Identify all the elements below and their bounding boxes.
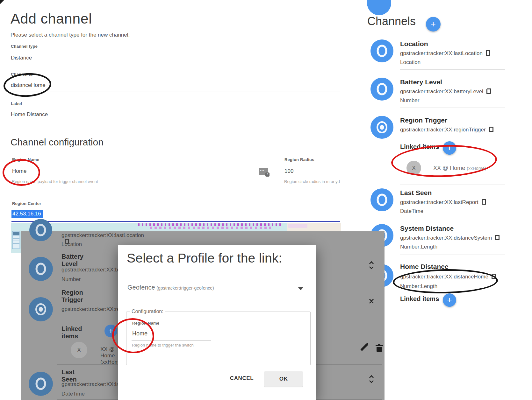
- channel-divider: [400, 185, 505, 185]
- channel-title: Home Distance: [400, 263, 449, 270]
- channel-title: Location: [400, 40, 428, 48]
- underlay-location-type: Location: [61, 241, 82, 248]
- region-center-selected-text: 42.53,16.16: [11, 210, 43, 218]
- ok-button[interactable]: OK: [264, 371, 303, 387]
- channel-state-icon: [370, 78, 393, 101]
- channel-type-label: Channel type: [11, 44, 38, 49]
- profile-dialog: Select a Profile for the link: Geofence …: [118, 245, 316, 400]
- channel-uid-text: gpstracker:tracker:XX:lastReport: [400, 199, 478, 205]
- channel-divider: [400, 255, 505, 255]
- add-link-button[interactable]: +: [443, 293, 456, 307]
- input-helper-dots: •••: [260, 169, 265, 172]
- add-link-button[interactable]: +: [443, 141, 456, 155]
- region-radius-input[interactable]: 100: [284, 168, 293, 174]
- channel-divider: [400, 219, 505, 219]
- linked-item-avatar: X: [406, 161, 421, 175]
- dialog-region-name-label: Region Name: [132, 321, 159, 326]
- channels-heading: Channels: [367, 15, 416, 28]
- linked-item-id: (xxHome): [467, 166, 486, 171]
- dialog-region-name-input[interactable]: Home: [132, 330, 147, 337]
- channel-type: Location: [400, 59, 421, 66]
- linked-items-heading: Linked items: [400, 143, 439, 151]
- underlay-battery-title: Battery Level: [61, 253, 83, 268]
- channel-type: Number:Length: [400, 283, 437, 290]
- dropdown-caret-icon[interactable]: [298, 287, 303, 290]
- underlay-add-link-button[interactable]: +: [104, 325, 117, 337]
- avatar-letter: X: [77, 347, 81, 354]
- channel-uid: gpstracker:tracker:XX:distanceHome: [400, 274, 496, 280]
- underlay-linked-item-avatar: X: [71, 342, 87, 358]
- profile-select-underline: [127, 295, 306, 295]
- region-center-input[interactable]: 42.53,16.16: [11, 211, 43, 217]
- channel-trigger-icon: [370, 116, 393, 139]
- channel-type: Number:Length: [400, 244, 437, 250]
- profile-select[interactable]: Geofence (gpstracker:trigger-geofence): [127, 284, 214, 291]
- channel-id-input[interactable]: distanceHome: [11, 82, 46, 88]
- copy-icon[interactable]: [495, 235, 500, 240]
- channel-id-underline: [11, 92, 340, 92]
- label-field-input[interactable]: Home Distance: [11, 111, 48, 118]
- add-channel-button[interactable]: +: [426, 17, 441, 32]
- channel-uid-text: gpstracker:tracker:XX:distanceHome: [400, 274, 488, 280]
- channel-type: DateTime: [400, 208, 423, 214]
- profile-select-value: Geofence: [127, 284, 155, 291]
- channel-uid-text: gpstracker:tracker:XX:regionTrigger: [400, 127, 486, 133]
- copy-icon[interactable]: [489, 127, 493, 132]
- unfold-more-icon[interactable]: [369, 262, 374, 269]
- avatar-letter: X: [412, 165, 416, 172]
- channel-uid: gpstracker:tracker:XX:regionTrigger: [400, 127, 493, 133]
- channel-type-underline: [11, 63, 340, 63]
- channel-state-icon: [370, 39, 393, 62]
- underlay-linked-items-heading: Linked items: [61, 325, 82, 340]
- scroll-fab-partial[interactable]: [367, 0, 391, 15]
- unfold-more-icon[interactable]: [369, 375, 374, 383]
- underlay-lastseen-type: DateTime: [61, 391, 85, 397]
- region-radius-label: Region Radius: [284, 157, 314, 162]
- channel-uid: gpstracker:tracker:XX:lastLocation: [400, 50, 490, 57]
- linked-item-label[interactable]: XX @ Home (xxHome): [433, 165, 486, 172]
- region-radius-underline: [284, 177, 340, 177]
- copy-icon[interactable]: [486, 50, 490, 56]
- underlay-lastseen-channel-icon: [29, 372, 53, 396]
- channel-uid-text: gpstracker:tracker:XX:distanceSystem: [400, 235, 492, 241]
- unfold-less-icon[interactable]: [369, 298, 374, 305]
- app-window: Add channel Please select a channel type…: [0, 0, 532, 400]
- underlay-trigger-channel-icon: [29, 297, 53, 321]
- configuration-legend: Configuration:: [130, 309, 165, 314]
- page-subtitle: Please select a channel type for the new…: [11, 32, 130, 38]
- dialog-title: Select a Profile for the link:: [127, 251, 282, 266]
- channel-uid: gpstracker:tracker:XX:lastReport: [400, 199, 486, 206]
- channel-type-value[interactable]: Distance: [11, 55, 32, 61]
- dialog-region-name-helper: Region name to trigger the switch: [132, 343, 194, 347]
- label-field-underline: [11, 120, 340, 120]
- linked-items-heading: Linked items: [400, 295, 439, 303]
- copy-icon[interactable]: [482, 199, 486, 205]
- region-name-helper: Region name payload for trigger channel …: [12, 179, 98, 184]
- channel-title: Region Trigger: [400, 116, 447, 124]
- annotation-ellipse-home-distance: [392, 268, 498, 294]
- input-helper-icon[interactable]: ••• 3: [259, 168, 268, 175]
- pixel-noise-artifact: [138, 223, 281, 226]
- copy-icon[interactable]: [486, 88, 491, 94]
- pixel-noise-artifact-2: [150, 227, 271, 229]
- region-name-underline: [11, 177, 271, 177]
- channel-type: Number: [400, 97, 419, 104]
- chevron-up: [369, 301, 374, 305]
- underlay-battery-channel-icon: [29, 257, 53, 281]
- cancel-button[interactable]: CANCEL: [229, 374, 255, 383]
- channel-id-label: Channel Id: [11, 72, 32, 77]
- channel-title: Last Seen: [400, 189, 432, 197]
- region-name-input[interactable]: Home: [12, 168, 26, 174]
- channel-uid-text: gpstracker:tracker:XX:batteryLevel: [400, 88, 483, 95]
- channel-title: Battery Level: [400, 78, 442, 86]
- page-title: Add channel: [11, 11, 92, 27]
- input-helper-badge: 3: [265, 172, 270, 177]
- pixel-noise-blob: [288, 224, 307, 228]
- profile-select-uid: (gpstracker:trigger-geofence): [156, 285, 214, 291]
- channel-divider: [400, 108, 505, 108]
- delete-icon[interactable]: [377, 347, 382, 352]
- channel-title: System Distance: [400, 225, 454, 232]
- config-section-heading: Channel configuration: [11, 137, 104, 148]
- copy-icon[interactable]: [492, 274, 496, 279]
- configuration-fieldset: Configuration: Region Name Home Region n…: [126, 309, 311, 365]
